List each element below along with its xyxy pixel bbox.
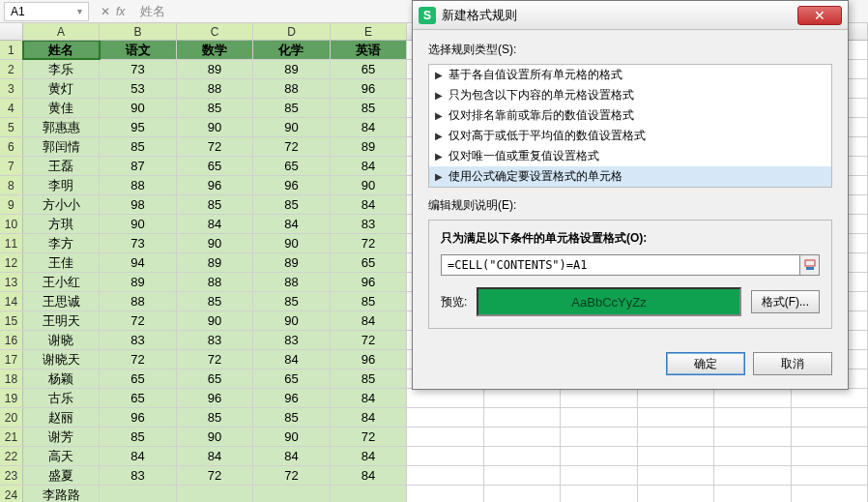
rule-type-list[interactable]: ▶基于各自值设置所有单元格的格式▶只为包含以下内容的单元格设置格式▶仅对排名靠前… — [428, 64, 832, 188]
data-cell[interactable]: 王磊 — [23, 157, 100, 175]
data-cell[interactable] — [253, 486, 330, 502]
data-cell[interactable]: 84 — [331, 157, 407, 175]
row-header[interactable]: 14 — [0, 292, 23, 310]
data-cell[interactable]: 90 — [100, 99, 176, 117]
data-cell[interactable]: 谢芳 — [23, 428, 100, 446]
row-header[interactable]: 19 — [0, 389, 23, 407]
data-cell[interactable]: 85 — [177, 99, 253, 117]
data-cell[interactable] — [792, 486, 868, 502]
data-cell[interactable]: 85 — [177, 408, 253, 427]
data-cell[interactable]: 72 — [253, 466, 330, 485]
data-cell[interactable] — [484, 447, 561, 465]
data-cell[interactable]: 李方 — [23, 234, 100, 252]
header-cell[interactable]: 数学 — [177, 41, 253, 59]
data-cell[interactable]: 84 — [331, 408, 407, 427]
data-cell[interactable]: 96 — [253, 176, 330, 194]
data-cell[interactable]: 95 — [100, 118, 176, 136]
select-all-corner[interactable] — [0, 23, 23, 40]
data-cell[interactable] — [638, 447, 714, 465]
dialog-titlebar[interactable]: S 新建格式规则 ✕ — [413, 1, 848, 30]
data-cell[interactable] — [177, 486, 253, 502]
data-cell[interactable] — [331, 486, 407, 502]
rule-type-item[interactable]: ▶仅对唯一值或重复值设置格式 — [429, 146, 831, 166]
data-cell[interactable]: 94 — [100, 253, 176, 272]
data-cell[interactable]: 83 — [177, 331, 253, 349]
data-cell[interactable]: 方小小 — [23, 195, 100, 214]
data-cell[interactable]: 84 — [177, 447, 253, 465]
data-cell[interactable]: 89 — [100, 273, 176, 291]
data-cell[interactable]: 黄佳 — [23, 99, 100, 117]
row-header[interactable]: 13 — [0, 273, 23, 291]
data-cell[interactable] — [100, 486, 176, 502]
column-header[interactable]: C — [177, 23, 253, 40]
data-cell[interactable]: 96 — [253, 389, 330, 407]
rule-type-item[interactable]: ▶使用公式确定要设置格式的单元格 — [429, 166, 831, 187]
data-cell[interactable]: 杨颖 — [23, 369, 100, 388]
data-cell[interactable]: 90 — [253, 311, 330, 330]
data-cell[interactable]: 90 — [177, 311, 253, 330]
data-cell[interactable]: 90 — [331, 176, 407, 194]
row-header[interactable]: 7 — [0, 157, 23, 175]
data-cell[interactable] — [714, 408, 791, 427]
row-header[interactable]: 4 — [0, 99, 23, 117]
data-cell[interactable]: 85 — [253, 195, 330, 214]
row-header[interactable]: 6 — [0, 137, 23, 156]
data-cell[interactable]: 谢晓天 — [23, 350, 100, 369]
row-header[interactable]: 11 — [0, 234, 23, 252]
row-header[interactable]: 17 — [0, 350, 23, 369]
data-cell[interactable]: 72 — [253, 137, 330, 156]
data-cell[interactable]: 88 — [253, 79, 330, 98]
data-cell[interactable]: 89 — [177, 253, 253, 272]
data-cell[interactable]: 65 — [253, 369, 330, 388]
data-cell[interactable] — [407, 389, 483, 407]
formula-display[interactable]: 姓名 — [132, 3, 173, 20]
data-cell[interactable]: 王思诚 — [23, 292, 100, 310]
data-cell[interactable]: 96 — [331, 79, 407, 98]
data-cell[interactable]: 85 — [253, 292, 330, 310]
data-cell[interactable]: 88 — [253, 273, 330, 291]
data-cell[interactable]: 72 — [100, 311, 176, 330]
data-cell[interactable] — [714, 389, 791, 407]
row-header[interactable]: 2 — [0, 60, 23, 78]
data-cell[interactable] — [484, 428, 561, 446]
rule-type-item[interactable]: ▶基于各自值设置所有单元格的格式 — [429, 65, 831, 85]
row-header[interactable]: 23 — [0, 466, 23, 485]
rule-type-item[interactable]: ▶仅对高于或低于平均值的数值设置格式 — [429, 126, 831, 146]
data-cell[interactable] — [714, 466, 791, 485]
data-cell[interactable]: 90 — [177, 118, 253, 136]
data-cell[interactable]: 73 — [100, 60, 176, 78]
row-header[interactable]: 20 — [0, 408, 23, 427]
data-cell[interactable] — [561, 486, 637, 502]
data-cell[interactable]: 黄灯 — [23, 79, 100, 98]
data-cell[interactable]: 84 — [253, 350, 330, 369]
data-cell[interactable] — [561, 408, 637, 427]
data-cell[interactable]: 83 — [100, 466, 176, 485]
data-cell[interactable] — [484, 389, 561, 407]
row-header[interactable]: 12 — [0, 253, 23, 272]
header-cell[interactable]: 语文 — [100, 41, 176, 59]
data-cell[interactable] — [561, 428, 637, 446]
data-cell[interactable]: 李路路 — [23, 486, 100, 502]
cancel-button[interactable]: 取消 — [753, 352, 832, 375]
data-cell[interactable]: 85 — [177, 195, 253, 214]
data-cell[interactable]: 89 — [331, 137, 407, 156]
row-header[interactable]: 8 — [0, 176, 23, 194]
data-cell[interactable]: 65 — [253, 157, 330, 175]
row-header[interactable]: 10 — [0, 215, 23, 233]
data-cell[interactable]: 王小红 — [23, 273, 100, 291]
data-cell[interactable]: 65 — [331, 60, 407, 78]
data-cell[interactable]: 郭惠惠 — [23, 118, 100, 136]
format-button[interactable]: 格式(F)... — [751, 290, 820, 313]
data-cell[interactable]: 李明 — [23, 176, 100, 194]
data-cell[interactable]: 90 — [100, 215, 176, 233]
data-cell[interactable] — [714, 486, 791, 502]
data-cell[interactable] — [714, 447, 791, 465]
data-cell[interactable]: 72 — [331, 234, 407, 252]
data-cell[interactable]: 88 — [177, 273, 253, 291]
data-cell[interactable] — [407, 447, 483, 465]
header-cell[interactable]: 英语 — [331, 41, 407, 59]
data-cell[interactable]: 89 — [253, 253, 330, 272]
data-cell[interactable]: 84 — [253, 447, 330, 465]
data-cell[interactable]: 90 — [177, 234, 253, 252]
data-cell[interactable]: 89 — [253, 60, 330, 78]
